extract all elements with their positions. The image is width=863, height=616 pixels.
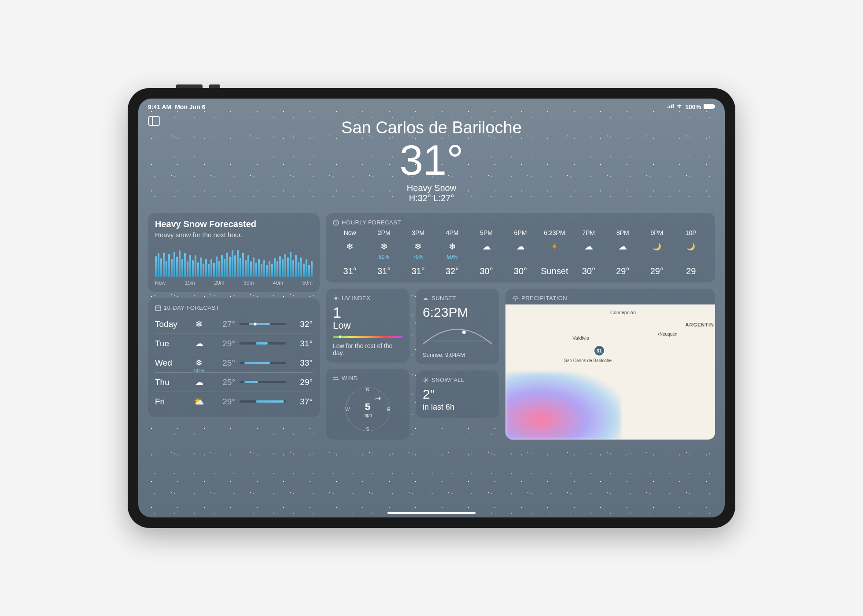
map-body[interactable]: Concepción Valdivia •Neuquén ARGENTIN 31…: [505, 304, 715, 440]
hourly-item[interactable]: 7PM 30°: [572, 229, 605, 276]
hourly-forecast-card[interactable]: HOURLY FORECAST Now 31°2PM 80% 31°3PM 70…: [326, 213, 715, 282]
sunset-card[interactable]: SUNSET 6:23PM Sunrise: 9:04AM: [416, 289, 499, 364]
sunset-time: 6:23PM: [423, 305, 492, 320]
hourly-item[interactable]: 6:23PM Sunset: [538, 229, 572, 276]
precip-bar: [234, 255, 236, 277]
snow-icon: [333, 240, 367, 253]
map-city-label: Valdivia: [572, 335, 589, 341]
sunset-icon: [423, 295, 429, 301]
mooncloud-icon: [606, 240, 640, 253]
precip-bar: [187, 261, 188, 277]
precip-bar: [173, 252, 175, 277]
precip-bar: [247, 255, 249, 277]
battery-icon: [704, 103, 715, 110]
current-condition: Heavy Snow: [138, 183, 725, 193]
precip-bar: [160, 258, 162, 277]
svg-rect-2: [671, 105, 672, 108]
precip-bar: [277, 261, 278, 277]
precip-bar: [203, 264, 204, 277]
home-indicator[interactable]: [387, 512, 476, 514]
uv-scale-bar: [333, 336, 402, 338]
tenday-row[interactable]: Fri 29° 37°: [155, 392, 313, 411]
uv-note: Low for the rest of the day.: [333, 342, 402, 356]
precip-bar: [155, 256, 157, 277]
snow-icon: [401, 240, 435, 253]
hourly-item[interactable]: 9PM 29°: [640, 229, 674, 276]
precipitation-map-card[interactable]: PRECIPITATION Concepción Valdivia •Neuqu…: [505, 289, 715, 440]
precip-bar: [255, 263, 257, 277]
mooncloud-icon: [572, 240, 605, 253]
status-time: 9:41 AM: [148, 103, 171, 110]
hourly-item[interactable]: 5PM 30°: [469, 229, 503, 276]
hourly-item[interactable]: 10P 29: [674, 229, 708, 276]
precip-bar: [213, 263, 215, 277]
wind-compass: NSEW ↗ 5 mph: [333, 385, 402, 433]
partsun-icon: [189, 396, 209, 407]
temp-range-bar: [240, 400, 286, 403]
map-pin[interactable]: 31: [594, 345, 605, 356]
precip-bar: [245, 260, 247, 277]
precip-bar: [303, 264, 305, 277]
precip-bar: [250, 261, 252, 277]
precip-bar: [274, 258, 276, 277]
precip-bar: [242, 253, 244, 277]
precip-bar: [300, 257, 302, 277]
weather-header: San Carlos de Bariloche 31° Heavy Snow H…: [138, 110, 725, 213]
tenday-title: 10-DAY FORECAST: [164, 304, 219, 311]
precip-bar: [232, 250, 233, 277]
svg-line-16: [334, 300, 335, 301]
precip-bar: [179, 250, 181, 277]
precip-bar: [224, 259, 225, 277]
precip-bar: [266, 265, 268, 277]
snow-icon: 60%: [189, 358, 209, 368]
screen: 9:41 AM Mon Jun 6 100% San Carlos de Bar…: [138, 99, 725, 517]
moon-icon: [674, 240, 708, 253]
svg-point-19: [462, 330, 466, 334]
svg-rect-0: [668, 107, 668, 108]
snowfall-card[interactable]: SNOWFALL 2" in last 6h: [416, 370, 499, 418]
signal-icon: [668, 103, 674, 110]
wind-title: WIND: [342, 375, 358, 381]
wind-arrow-icon: ↗: [372, 392, 384, 404]
hourly-item[interactable]: 6PM 30°: [503, 229, 537, 276]
temp-range-bar: [240, 381, 286, 383]
precip-bar: [197, 262, 199, 277]
tenday-row[interactable]: Tue 29° 31°: [155, 334, 313, 353]
precip-bar: [200, 257, 202, 277]
snowfall-title: SNOWFALL: [432, 377, 465, 383]
precip-forecast-card[interactable]: Heavy Snow Forecasted Heavy snow for the…: [148, 213, 320, 292]
tenday-row[interactable]: Today 27° 32°: [155, 315, 313, 334]
status-bar: 9:41 AM Mon Jun 6 100%: [138, 99, 725, 110]
snowfall-label: in last 6h: [423, 403, 492, 412]
svg-point-9: [335, 297, 337, 300]
precip-bar: [306, 259, 307, 277]
precip-bar: [269, 261, 270, 277]
sidebar-toggle-button[interactable]: [148, 116, 160, 126]
hourly-item[interactable]: 3PM 70% 31°: [401, 229, 435, 276]
hourly-item[interactable]: Now 31°: [333, 229, 367, 276]
cloud-icon: [189, 338, 209, 348]
uv-title: UV INDEX: [342, 295, 370, 301]
precip-title: Heavy Snow Forecasted: [155, 219, 313, 229]
wind-card[interactable]: WIND NSEW ↗ 5 mph: [326, 369, 409, 440]
svg-line-17: [338, 296, 339, 297]
tenday-forecast-card[interactable]: 10-DAY FORECAST Today 27° 32°Tue 29° 31°…: [148, 298, 320, 417]
wind-unit: mph: [363, 413, 372, 418]
precip-bar: [292, 260, 294, 277]
hourly-item[interactable]: 4PM 50% 32°: [435, 229, 469, 276]
map-city-label: Concepción: [610, 310, 636, 315]
cloud-icon: [503, 240, 537, 253]
uv-index-card[interactable]: UV INDEX 1 Low Low for the rest of the d…: [326, 289, 409, 363]
tenday-row[interactable]: Thu 25° 29°: [155, 372, 313, 392]
hourly-item[interactable]: 2PM 80% 31°: [367, 229, 401, 276]
svg-line-14: [334, 296, 335, 297]
moon-icon: [640, 240, 674, 253]
precip-bar: [263, 260, 265, 277]
hourly-item[interactable]: 8PM 29°: [606, 229, 640, 276]
svg-rect-3: [673, 104, 674, 108]
temp-range-bar: [240, 342, 286, 345]
svg-rect-1: [669, 106, 670, 108]
precip-bar: [237, 250, 239, 277]
precip-bar: [166, 261, 167, 277]
tenday-row[interactable]: Wed 60% 25° 33°: [155, 353, 313, 372]
